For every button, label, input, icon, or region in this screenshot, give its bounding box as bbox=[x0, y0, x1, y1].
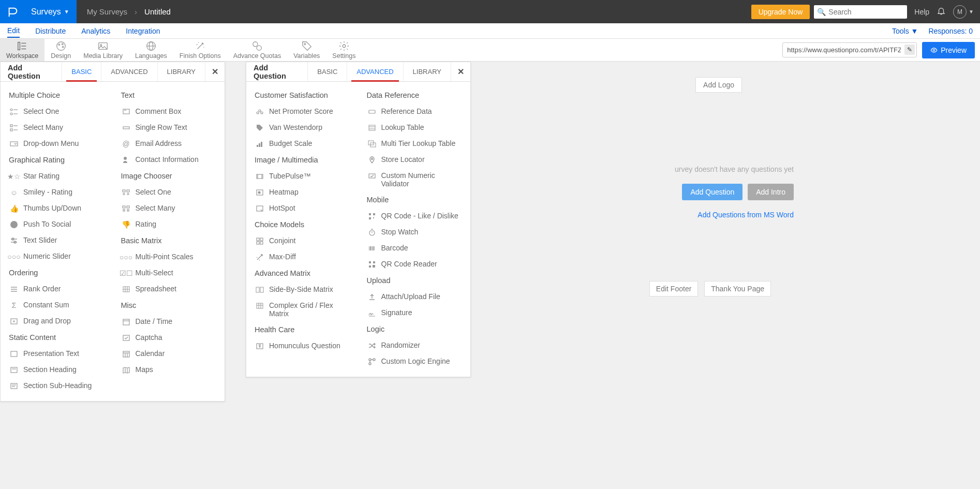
qtype-barcode[interactable]: Barcode bbox=[364, 240, 466, 256]
svg-point-5 bbox=[58, 44, 60, 46]
edit-url-icon[interactable]: ✎ bbox=[904, 45, 915, 55]
tool-finish[interactable]: Finish Options bbox=[173, 39, 227, 61]
qtype-hotspot[interactable]: HotSpot bbox=[251, 200, 353, 216]
add-logo-button[interactable]: Add Logo bbox=[695, 77, 742, 93]
tab-basic[interactable]: BASIC bbox=[307, 62, 347, 81]
add-intro-button[interactable]: Add Intro bbox=[748, 184, 794, 200]
qtype-multipoint[interactable]: ○○○Multi-Point Scales bbox=[118, 249, 220, 265]
qtype-tubepulse[interactable]: TubePulse™ bbox=[251, 168, 353, 184]
body-icon bbox=[255, 342, 265, 350]
qtype-smiley[interactable]: ☺Smiley - Rating bbox=[6, 184, 108, 200]
qtype-email[interactable]: @Email Address bbox=[118, 136, 220, 152]
add-from-word-link[interactable]: Add Questions from MS Word bbox=[697, 211, 794, 219]
qtype-nps[interactable]: Net Promoter Score bbox=[251, 103, 353, 120]
qtype-calendar[interactable]: Calendar bbox=[118, 346, 220, 362]
tool-quotas[interactable]: Advance Quotas bbox=[227, 39, 287, 61]
qtype-select-one[interactable]: Select One bbox=[6, 103, 108, 120]
qtype-maxdiff[interactable]: Max-Diff bbox=[251, 249, 353, 265]
qtype-qr-like[interactable]: QR Code - Like / Dislike bbox=[364, 208, 466, 224]
preview-button[interactable]: Preview bbox=[922, 42, 975, 58]
qtype-constant-sum[interactable]: ΣConstant Sum bbox=[6, 297, 108, 313]
tab-library[interactable]: LIBRARY bbox=[403, 62, 451, 81]
svg-point-67 bbox=[261, 112, 263, 114]
qtype-vanwest[interactable]: Van Westendorp bbox=[251, 120, 353, 136]
qtype-signature[interactable]: Signature bbox=[364, 305, 466, 321]
help-link[interactable]: Help bbox=[914, 8, 929, 16]
user-avatar[interactable]: M bbox=[953, 5, 967, 19]
tab-basic[interactable]: BASIC bbox=[62, 62, 101, 81]
panel-close-button[interactable]: ✕ bbox=[451, 62, 470, 81]
qtype-lookup[interactable]: Lookup Table bbox=[364, 120, 466, 136]
subnav-analytics[interactable]: Analytics bbox=[81, 25, 110, 37]
tab-advanced[interactable]: ADVANCED bbox=[101, 62, 157, 81]
qtype-contact[interactable]: Contact Information bbox=[118, 152, 220, 168]
tool-settings[interactable]: Settings bbox=[326, 39, 362, 61]
qtype-conjoint[interactable]: Conjoint bbox=[251, 233, 353, 249]
avatar-caret-icon[interactable]: ▼ bbox=[969, 9, 974, 14]
tools-dropdown[interactable]: Tools ▼ bbox=[892, 27, 918, 35]
breadcrumb-root[interactable]: My Surveys bbox=[87, 7, 127, 16]
subnav-distribute[interactable]: Distribute bbox=[35, 25, 66, 37]
surveys-dropdown[interactable]: Surveys ▼ bbox=[24, 0, 77, 23]
thank-you-button[interactable]: Thank You Page bbox=[704, 281, 771, 297]
notifications-icon[interactable] bbox=[937, 6, 946, 17]
qtype-img-many[interactable]: Select Many bbox=[118, 200, 220, 216]
tab-advanced[interactable]: ADVANCED bbox=[347, 62, 403, 81]
upgrade-button[interactable]: Upgrade Now bbox=[751, 5, 810, 19]
qtype-qr-reader[interactable]: QR Code Reader bbox=[364, 256, 466, 272]
group-title: Customer Satisfaction bbox=[255, 91, 353, 99]
panel-close-button[interactable]: ✕ bbox=[205, 62, 225, 81]
qtype-budget[interactable]: Budget Scale bbox=[251, 136, 353, 152]
qtype-select-many[interactable]: Select Many bbox=[6, 120, 108, 136]
subnav-edit[interactable]: Edit bbox=[7, 24, 20, 38]
calendar-icon bbox=[121, 318, 131, 326]
qtype-captcha[interactable]: Captcha bbox=[118, 330, 220, 346]
qtype-multi-lookup[interactable]: Multi Tier Lookup Table bbox=[364, 136, 466, 152]
qtype-img-rating[interactable]: 👎Rating bbox=[118, 216, 220, 232]
qtype-text-slider[interactable]: Text Slider bbox=[6, 232, 108, 248]
edit-footer-button[interactable]: Edit Footer bbox=[649, 281, 698, 297]
panel-col-2: Data Reference Reference Data Lookup Tab… bbox=[359, 87, 471, 369]
qtype-spreadsheet[interactable]: Spreadsheet bbox=[118, 281, 220, 297]
app-logo[interactable] bbox=[0, 0, 24, 23]
qtype-refdata[interactable]: Reference Data bbox=[364, 103, 466, 120]
qtype-social[interactable]: Push To Social bbox=[6, 216, 108, 232]
qtype-validator[interactable]: Custom Numeric Validator bbox=[364, 168, 466, 191]
qtype-img-one[interactable]: Select One bbox=[118, 184, 220, 200]
tool-languages[interactable]: Languages bbox=[129, 39, 173, 61]
subnav-integration[interactable]: Integration bbox=[126, 25, 160, 37]
qtype-maps[interactable]: Maps bbox=[118, 362, 220, 378]
qtype-homunculus[interactable]: Homunculus Question bbox=[251, 338, 353, 354]
qtype-heatmap[interactable]: Heatmap bbox=[251, 184, 353, 200]
qtype-star[interactable]: ★☆Star Rating bbox=[6, 168, 108, 184]
qtype-upload[interactable]: Attach/Upload File bbox=[364, 289, 466, 305]
qtype-dropdown[interactable]: Drop-down Menu bbox=[6, 136, 108, 152]
global-search-input[interactable] bbox=[814, 5, 907, 19]
qtype-single-row[interactable]: Single Row Text bbox=[118, 120, 220, 136]
tool-design[interactable]: Design bbox=[44, 39, 77, 61]
qtype-logic[interactable]: Custom Logic Engine bbox=[364, 353, 466, 369]
qtype-randomizer[interactable]: Randomizer bbox=[364, 337, 466, 353]
qtype-heading[interactable]: Section Heading bbox=[6, 362, 108, 378]
qtype-multiselect[interactable]: ☑☐Multi-Select bbox=[118, 265, 220, 281]
qtype-numeric-slider[interactable]: ○○○Numeric Slider bbox=[6, 248, 108, 264]
survey-url-input[interactable] bbox=[782, 42, 917, 57]
qtype-sbs-matrix[interactable]: Side-By-Side Matrix bbox=[251, 281, 353, 298]
qtype-rank[interactable]: Rank Order bbox=[6, 281, 108, 297]
qtype-stopwatch[interactable]: Stop Watch bbox=[364, 224, 466, 240]
qtype-comment[interactable]: Comment Box bbox=[118, 103, 220, 120]
responses-count[interactable]: Responses: 0 bbox=[928, 27, 973, 35]
add-question-button[interactable]: Add Question bbox=[682, 184, 743, 200]
qtype-subheading[interactable]: Section Sub-Heading bbox=[6, 378, 108, 394]
svg-rect-26 bbox=[10, 142, 18, 146]
qtype-presentation[interactable]: Presentation Text bbox=[6, 346, 108, 362]
qtype-datetime[interactable]: Date / Time bbox=[118, 314, 220, 330]
qtype-drag-drop[interactable]: Drag and Drop bbox=[6, 313, 108, 329]
qtype-thumbs[interactable]: 👍Thumbs Up/Down bbox=[6, 200, 108, 216]
tool-media[interactable]: Media Library bbox=[77, 39, 129, 61]
tool-variables[interactable]: Variables bbox=[287, 39, 326, 61]
tool-workspace[interactable]: Workspace bbox=[0, 39, 44, 61]
qtype-flex-matrix[interactable]: Complex Grid / Flex Matrix bbox=[251, 298, 353, 321]
qtype-store-locator[interactable]: Store Locator bbox=[364, 152, 466, 168]
tab-library[interactable]: LIBRARY bbox=[157, 62, 205, 81]
